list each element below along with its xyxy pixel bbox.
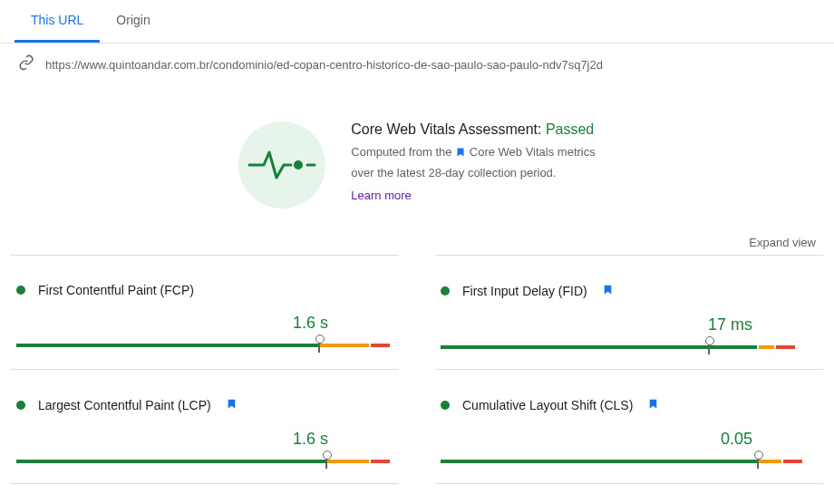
link-icon — [18, 54, 34, 74]
metric-header: First Contentful Paint (FCP) — [16, 283, 393, 297]
metric-value: 1.6 s — [16, 430, 393, 449]
metric-name: Cumulative Layout Shift (CLS) — [462, 398, 633, 412]
metric-value: 17 ms — [441, 315, 818, 334]
metric-bar — [16, 454, 393, 467]
status-dot — [441, 286, 450, 296]
metric-card: First Input Delay (FID)17 ms — [435, 255, 823, 369]
bar-segment-good — [441, 460, 757, 463]
url-row: https://www.quintoandar.com.br/condomini… — [0, 44, 834, 82]
status-dot — [16, 286, 25, 295]
bar-marker — [757, 454, 759, 469]
bookmark-icon — [226, 397, 238, 413]
metric-bar — [16, 338, 393, 351]
metric-header: First Input Delay (FID) — [441, 283, 818, 299]
assessment-section: Core Web Vitals Assessment: Passed Compu… — [0, 82, 834, 227]
expand-view-link[interactable]: Expand view — [0, 227, 834, 255]
bar-segment-poor — [371, 460, 390, 463]
tab-origin[interactable]: Origin — [100, 0, 166, 43]
assessment-title: Core Web Vitals Assessment: Passed — [351, 121, 595, 138]
tabs: This URL Origin — [0, 0, 834, 44]
svg-point-0 — [294, 160, 303, 170]
bar-segment-poor — [371, 344, 390, 347]
bar-segment-poor — [776, 345, 795, 349]
metric-value: 0.05 — [441, 430, 818, 449]
bookmark-icon — [455, 147, 466, 160]
bar-segment-poor — [783, 460, 802, 463]
metric-name: Largest Contentful Paint (LCP) — [38, 398, 211, 412]
bar-segment-good — [16, 344, 318, 347]
status-dot — [441, 401, 450, 410]
metric-name: First Input Delay (FID) — [462, 284, 587, 298]
metric-bar — [441, 340, 818, 353]
bookmark-icon — [602, 283, 614, 299]
bar-segment-needs-improvement — [759, 460, 781, 463]
metric-value: 1.6 s — [16, 314, 393, 333]
learn-more-link[interactable]: Learn more — [351, 189, 411, 202]
bar-marker — [325, 454, 327, 469]
metric-name: First Contentful Paint (FCP) — [38, 283, 194, 297]
metric-card: First Contentful Paint (FCP)1.6 s — [11, 255, 399, 369]
assessment-description: Computed from the Core Web Vitals metric… — [351, 143, 595, 183]
assessment-status: Passed — [546, 121, 594, 137]
metrics-grid: First Contentful Paint (FCP)1.6 sFirst I… — [0, 255, 834, 484]
assessment-text: Core Web Vitals Assessment: Passed Compu… — [351, 121, 595, 203]
bar-marker — [318, 338, 320, 353]
metric-card: Largest Contentful Paint (LCP)1.6 s — [11, 369, 399, 484]
tab-this-url[interactable]: This URL — [15, 0, 100, 43]
bookmark-icon — [647, 397, 659, 413]
status-dot — [16, 401, 25, 410]
bar-segment-needs-improvement — [759, 345, 774, 349]
pulse-icon — [238, 121, 325, 208]
metric-header: Cumulative Layout Shift (CLS) — [441, 397, 818, 413]
metric-bar — [441, 454, 818, 467]
bar-segment-good — [16, 460, 325, 463]
metric-card: Cumulative Layout Shift (CLS)0.05 — [435, 369, 823, 484]
bar-segment-needs-improvement — [327, 460, 369, 463]
metric-header: Largest Contentful Paint (LCP) — [16, 397, 393, 413]
bar-segment-needs-improvement — [320, 344, 369, 347]
bar-marker — [708, 340, 710, 354]
url-text: https://www.quintoandar.com.br/condomini… — [45, 58, 603, 72]
